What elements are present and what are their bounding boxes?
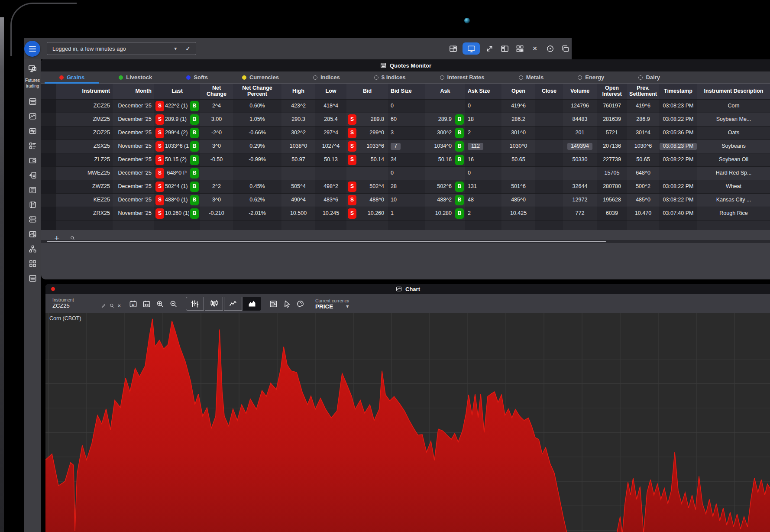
table-row[interactable]: ZRX25November '25S10.260 (1)B-0.210-2.01… xyxy=(41,207,770,221)
pointer-icon[interactable] xyxy=(281,298,293,310)
sidebar-item-apps-grid[interactable] xyxy=(25,257,40,272)
zoom-out-icon[interactable] xyxy=(168,298,179,310)
column-header[interactable]: Ask Size xyxy=(465,84,501,99)
sell-badge[interactable]: S xyxy=(155,128,164,138)
sidebar-item-futures-trading[interactable]: Futures trading xyxy=(24,64,41,89)
table-row[interactable]: KEZ25December '25S488^0 (1)B3^00.62%490^… xyxy=(41,194,770,207)
instrument-field[interactable]: Instrument ZCZ25 × xyxy=(52,297,121,310)
close-icon[interactable]: × xyxy=(529,43,540,54)
buy-badge[interactable]: B xyxy=(455,182,464,192)
instrument-field-value[interactable]: ZCZ25 xyxy=(52,302,98,309)
area-chart-icon[interactable] xyxy=(243,297,261,311)
tab-dairy[interactable]: Dairy xyxy=(637,71,662,83)
buy-badge[interactable]: B xyxy=(190,114,199,125)
column-header[interactable]: Timestamp xyxy=(659,84,697,99)
tab-energy[interactable]: Energy xyxy=(576,71,606,83)
pencil-icon[interactable] xyxy=(101,303,107,308)
sell-badge[interactable]: S xyxy=(155,168,164,178)
column-header[interactable]: High xyxy=(281,84,315,99)
column-header[interactable]: Instrument Description xyxy=(697,84,770,99)
search-icon[interactable] xyxy=(109,303,115,308)
buy-badge[interactable]: B xyxy=(190,195,199,205)
buy-badge[interactable]: B xyxy=(190,128,199,138)
login-status-select[interactable]: Logged in, a few minutes ago ▾ ✓ xyxy=(47,42,196,55)
zoom-in-icon[interactable] xyxy=(154,298,166,310)
sidebar-item-order-entry[interactable] xyxy=(25,169,40,183)
calendar-range-icon[interactable] xyxy=(141,298,152,310)
buy-badge[interactable]: B xyxy=(455,208,464,219)
column-header[interactable]: Bid xyxy=(346,84,388,99)
buy-badge[interactable]: B xyxy=(190,182,199,192)
close-icon[interactable]: × xyxy=(117,302,121,309)
sidebar-item-news[interactable] xyxy=(25,183,40,198)
tab-metals[interactable]: Metals xyxy=(517,71,545,83)
table-row[interactable]: ZMZ25December '25S289.9 (1)B3.001.05%290… xyxy=(41,113,770,127)
buy-badge[interactable]: B xyxy=(455,155,464,165)
sell-badge[interactable]: S xyxy=(155,195,164,205)
sell-badge[interactable]: S xyxy=(348,114,356,125)
tab-grains[interactable]: Grains xyxy=(58,71,86,83)
table-row[interactable]: ZWZ25December '25S502^4 (1)B2^20.45%505^… xyxy=(41,180,770,194)
expand-icon[interactable] xyxy=(484,43,495,54)
tab-livestock[interactable]: Livestock xyxy=(117,71,154,83)
monitor-icon[interactable] xyxy=(463,42,480,55)
menu-button[interactable] xyxy=(24,41,40,57)
column-header[interactable]: Last xyxy=(154,84,200,99)
buy-badge[interactable]: B xyxy=(190,168,199,178)
sidebar-item-wallet[interactable] xyxy=(25,154,40,169)
sell-badge[interactable]: S xyxy=(348,155,356,165)
buy-badge[interactable]: B xyxy=(190,141,199,152)
tab-indices[interactable]: Indices xyxy=(311,71,342,83)
column-header[interactable]: Instrument xyxy=(56,84,113,99)
calendar-day-icon[interactable]: D xyxy=(127,298,139,310)
buy-badge[interactable]: B xyxy=(190,155,199,165)
tab-currencies[interactable]: Currencies xyxy=(240,71,281,83)
sell-badge[interactable]: S xyxy=(155,101,164,111)
sidebar-item-chart-report[interactable] xyxy=(25,227,40,242)
grid-split-icon[interactable] xyxy=(447,43,459,54)
column-header[interactable]: Net Change Percent xyxy=(233,84,281,99)
buy-badge[interactable]: B xyxy=(455,114,464,125)
line-chart-icon[interactable] xyxy=(224,297,242,311)
sell-badge[interactable]: S xyxy=(348,208,356,219)
layout-icon[interactable] xyxy=(499,43,510,54)
sell-badge[interactable]: S xyxy=(348,195,356,205)
column-header[interactable]: Month xyxy=(113,84,154,99)
column-header[interactable]: Net Change xyxy=(200,84,233,99)
column-header[interactable]: Open xyxy=(501,84,535,99)
column-header[interactable]: Prev. Settlement xyxy=(627,84,659,99)
palette-icon[interactable] xyxy=(294,298,306,310)
buy-badge[interactable]: B xyxy=(190,101,199,111)
tab-interest-rates[interactable]: Interest Rates xyxy=(438,71,486,83)
currency-selector[interactable]: Current currency PRICE ▾ xyxy=(315,298,349,310)
sidebar-item-hierarchy[interactable] xyxy=(25,242,40,257)
sidebar-item-market-depth[interactable] xyxy=(25,139,40,154)
table-row[interactable]: ZLZ25December '25S50.15 (2)B-0.50-0.99%5… xyxy=(41,153,770,167)
table-row[interactable]: ZSX25November '25S1033^6 (1)B3^00.29%103… xyxy=(41,140,770,153)
sidebar-item-quotes-monitor[interactable] xyxy=(25,95,40,110)
sell-badge[interactable]: S xyxy=(155,208,164,219)
column-header[interactable]: Low xyxy=(315,84,346,99)
table-row[interactable]: ZOZ25December '25S299^4 (2)B-2^0-0.66%30… xyxy=(41,127,770,140)
column-header[interactable]: Bid Size xyxy=(388,84,425,99)
sidebar-item-servers[interactable] xyxy=(25,213,40,227)
sell-badge[interactable]: S xyxy=(155,155,164,165)
sidebar-item-settings-sliders[interactable] xyxy=(25,124,40,139)
scrollbar-thumb[interactable] xyxy=(47,241,606,242)
table-row[interactable]: ZCZ25December '25S422^2 (1)B2^40.60%423^… xyxy=(41,100,770,113)
bars-chart-icon[interactable] xyxy=(186,297,204,311)
indicators-icon[interactable] xyxy=(268,298,279,310)
copy-icon[interactable] xyxy=(560,43,571,54)
column-header[interactable]: Close xyxy=(535,84,563,99)
sidebar-item-grid-view[interactable] xyxy=(25,272,40,286)
column-header[interactable]: Ask xyxy=(425,84,465,99)
target-icon[interactable] xyxy=(544,43,556,54)
buy-badge[interactable]: B xyxy=(455,195,464,205)
buy-badge[interactable]: B xyxy=(190,208,199,219)
sell-badge[interactable]: S xyxy=(155,182,164,192)
table-row[interactable]: MWEZ25December '25S648^0 PB0015705648^0H… xyxy=(41,167,770,180)
sell-badge[interactable]: S xyxy=(155,141,164,152)
sell-badge[interactable]: S xyxy=(348,128,356,138)
buy-badge[interactable]: B xyxy=(455,128,464,138)
sidebar-item-charts[interactable] xyxy=(25,110,40,124)
